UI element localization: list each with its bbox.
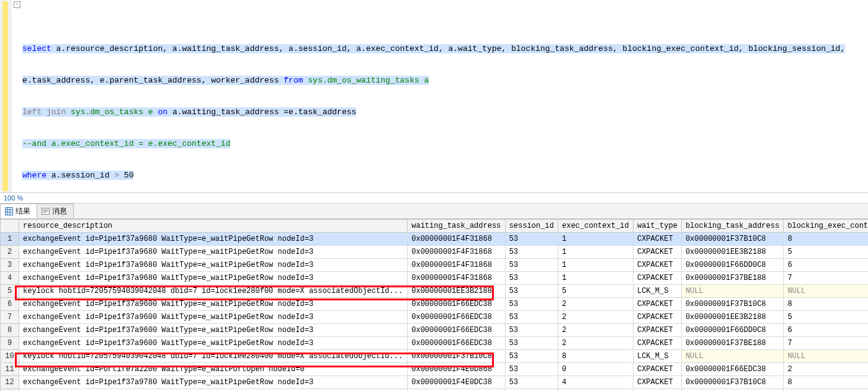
table-row[interactable]: 5keylock hobtid=72057594039042048 dbid=7… — [1, 285, 869, 298]
data-cell[interactable]: 53 — [505, 272, 558, 285]
data-cell[interactable]: 5 — [784, 246, 868, 259]
table-row[interactable]: 12exchangeEvent id=Pipe1f37a9780 WaitTyp… — [1, 376, 869, 389]
data-cell[interactable]: NULL — [681, 285, 784, 298]
data-cell[interactable]: CXPACKET — [633, 337, 681, 350]
data-cell[interactable]: 53 — [505, 259, 558, 272]
data-cell[interactable]: 53 — [505, 350, 558, 363]
sql-editor[interactable]: - select a.resource_description, a.waiti… — [0, 0, 868, 192]
data-cell[interactable]: 8 — [558, 350, 633, 363]
data-cell[interactable]: keylock hobtid=72057594039042048 dbid=7 … — [19, 350, 408, 363]
data-cell[interactable]: exchangeEvent id=Pipe1f37a9680 WaitType=… — [19, 272, 408, 285]
data-cell[interactable]: CXPACKET — [633, 389, 681, 392]
table-row[interactable]: 8exchangeEvent id=Pipe1f37a9600 WaitType… — [1, 324, 869, 337]
table-row[interactable]: 3exchangeEvent id=Pipe1f37a9680 WaitType… — [1, 259, 869, 272]
data-cell[interactable]: 53 — [505, 363, 558, 376]
data-cell[interactable]: 0x00000001F4F31868 — [408, 259, 505, 272]
data-cell[interactable]: 53 — [505, 389, 558, 392]
data-cell[interactable]: exchangeEvent id=Pipe1f37a9680 WaitType=… — [19, 246, 408, 259]
tab-messages[interactable]: 消息 — [37, 204, 74, 218]
data-cell[interactable]: 2 — [558, 298, 633, 311]
col-waiting-task-address[interactable]: waiting_task_address — [408, 220, 505, 233]
data-cell[interactable]: 8 — [784, 376, 868, 389]
table-row[interactable]: 4exchangeEvent id=Pipe1f37a9680 WaitType… — [1, 272, 869, 285]
data-cell[interactable]: 0x00000001F37BE188 — [681, 272, 784, 285]
rownum-cell[interactable]: 2 — [1, 246, 19, 259]
data-cell[interactable]: exchangeEvent id=Pipe1f37a9600 WaitType=… — [19, 337, 408, 350]
data-cell[interactable]: 0x00000001F4E0DC38 — [408, 389, 505, 392]
data-cell[interactable]: 0x00000001F66EDC38 — [408, 311, 505, 324]
data-cell[interactable]: 0x00000001F37BE188 — [681, 337, 784, 350]
data-cell[interactable]: 2 — [784, 363, 868, 376]
results-grid[interactable]: resource_description waiting_task_addres… — [0, 219, 868, 391]
data-cell[interactable]: 0x00000001F66EDC38 — [408, 298, 505, 311]
data-cell[interactable]: exchangeEvent id=Pipe1f37a9780 WaitType=… — [19, 389, 408, 392]
data-cell[interactable]: 1 — [558, 272, 633, 285]
data-cell[interactable]: 0x00000001F66EDC38 — [681, 363, 784, 376]
data-cell[interactable]: 0x00000001F4F31868 — [408, 233, 505, 246]
rownum-cell[interactable]: 11 — [1, 363, 19, 376]
data-cell[interactable]: 0x00000001F37B10C8 — [681, 233, 784, 246]
data-cell[interactable]: exchangeEvent id=Pipe1f37a9600 WaitType=… — [19, 298, 408, 311]
data-cell[interactable]: 6 — [784, 259, 868, 272]
rownum-cell[interactable]: 4 — [1, 272, 19, 285]
rownum-cell[interactable]: 6 — [1, 298, 19, 311]
rownum-cell[interactable]: 8 — [1, 324, 19, 337]
data-cell[interactable]: 7 — [784, 272, 868, 285]
table-row[interactable]: 11exchangeEvent id=Port1fe7a2200 WaitTyp… — [1, 363, 869, 376]
data-cell[interactable]: 8 — [784, 233, 868, 246]
col-session-id[interactable]: session_id — [505, 220, 558, 233]
data-cell[interactable]: exchangeEvent id=Pipe1f37a9600 WaitType=… — [19, 324, 408, 337]
data-cell[interactable]: NULL — [784, 285, 868, 298]
col-blocking-task-address[interactable]: blocking_task_address — [681, 220, 784, 233]
data-cell[interactable]: 1 — [558, 233, 633, 246]
table-row[interactable]: 1exchangeEvent id=Pipe1f37a9680 WaitType… — [1, 233, 869, 246]
data-cell[interactable]: 0x00000001F4E0D868 — [408, 363, 505, 376]
data-cell[interactable]: CXPACKET — [633, 311, 681, 324]
data-cell[interactable]: 0x00000001F66EDC38 — [408, 324, 505, 337]
data-cell[interactable]: 5 — [558, 285, 633, 298]
data-cell[interactable]: 5 — [784, 311, 868, 324]
data-cell[interactable]: 1 — [558, 259, 633, 272]
rownum-cell[interactable]: 13 — [1, 389, 19, 392]
data-cell[interactable]: 0x00000001F37B10C8 — [681, 298, 784, 311]
data-cell[interactable]: 0x00000001F37B10C8 — [408, 350, 505, 363]
data-cell[interactable]: CXPACKET — [633, 233, 681, 246]
data-cell[interactable]: 0x00000001F66EDC38 — [408, 337, 505, 350]
data-cell[interactable]: 2 — [558, 311, 633, 324]
data-cell[interactable]: 0x00000001F66DD0C8 — [681, 259, 784, 272]
data-cell[interactable]: 0x00000001EE3B2188 — [681, 246, 784, 259]
data-cell[interactable]: 0x00000001EE3B2188 — [681, 389, 784, 392]
table-row[interactable]: 6exchangeEvent id=Pipe1f37a9600 WaitType… — [1, 298, 869, 311]
fold-icon[interactable]: - — [14, 1, 20, 8]
data-cell[interactable]: CXPACKET — [633, 298, 681, 311]
data-cell[interactable]: CXPACKET — [633, 363, 681, 376]
tab-results[interactable]: 结果 — [0, 204, 37, 218]
data-cell[interactable]: 53 — [505, 246, 558, 259]
data-cell[interactable]: 6 — [784, 324, 868, 337]
data-cell[interactable]: 0x00000001EE3B2188 — [408, 285, 505, 298]
rownum-cell[interactable]: 7 — [1, 311, 19, 324]
data-cell[interactable]: 0x00000001F4E0DC38 — [408, 376, 505, 389]
col-wait-type[interactable]: wait_type — [633, 220, 681, 233]
data-cell[interactable]: 0x00000001F4F31868 — [408, 246, 505, 259]
col-blocking-exec-context-id[interactable]: blocking_exec_context_id — [784, 220, 868, 233]
data-cell[interactable]: 0 — [558, 363, 633, 376]
data-cell[interactable]: 1 — [558, 246, 633, 259]
col-resource-description[interactable]: resource_description — [19, 220, 408, 233]
data-cell[interactable]: 0x00000001F37B10C8 — [681, 376, 784, 389]
data-cell[interactable]: 0x00000001F4F31868 — [408, 272, 505, 285]
data-cell[interactable]: exchangeEvent id=Pipe1f37a9600 WaitType=… — [19, 311, 408, 324]
data-cell[interactable]: 0x00000001EE3B2188 — [681, 311, 784, 324]
data-cell[interactable]: LCK_M_S — [633, 350, 681, 363]
rownum-cell[interactable]: 9 — [1, 337, 19, 350]
data-cell[interactable]: NULL — [784, 350, 868, 363]
col-rownum[interactable] — [1, 220, 19, 233]
data-cell[interactable]: 2 — [558, 324, 633, 337]
data-cell[interactable]: 53 — [505, 298, 558, 311]
data-cell[interactable]: 53 — [505, 324, 558, 337]
rownum-cell[interactable]: 5 — [1, 285, 19, 298]
data-cell[interactable]: NULL — [681, 350, 784, 363]
results-grid-wrap[interactable]: resource_description waiting_task_addres… — [0, 219, 868, 391]
data-cell[interactable]: keylock hobtid=72057594039042048 dbid=7 … — [19, 285, 408, 298]
rownum-cell[interactable]: 1 — [1, 233, 19, 246]
